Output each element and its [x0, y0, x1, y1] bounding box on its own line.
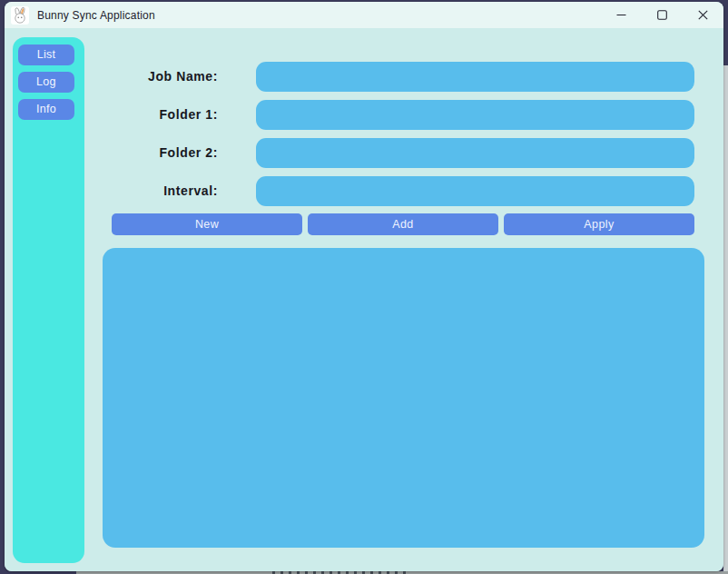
- window-title: Bunny Sync Application: [37, 9, 155, 22]
- apply-button[interactable]: Apply: [504, 213, 694, 235]
- sidebar-item-info[interactable]: Info: [18, 99, 74, 120]
- output-panel[interactable]: [103, 248, 704, 548]
- folder-2-input[interactable]: [256, 138, 694, 168]
- desktop-background: Bunny Sync Application: [0, 0, 728, 574]
- sidebar-item-list[interactable]: List: [18, 45, 74, 65]
- sidebar: List Log Info: [13, 37, 84, 563]
- maximize-icon: [657, 10, 667, 20]
- job-name-input[interactable]: [256, 62, 694, 92]
- folder-2-label: Folder 2:: [86, 138, 218, 168]
- job-name-label: Job Name:: [86, 62, 218, 92]
- folder-1-label: Folder 1:: [86, 100, 218, 130]
- interval-input[interactable]: [256, 176, 694, 206]
- maximize-button[interactable]: [642, 2, 683, 28]
- main-content: List Log Info Job Name: Folder 1: Folder…: [5, 28, 723, 571]
- app-window: Bunny Sync Application: [5, 2, 723, 571]
- title-bar[interactable]: Bunny Sync Application: [5, 2, 723, 28]
- interval-label: Interval:: [86, 176, 218, 206]
- sidebar-item-log[interactable]: Log: [18, 72, 74, 93]
- bunny-icon: [11, 6, 29, 25]
- add-button[interactable]: Add: [308, 213, 498, 235]
- folder-1-input[interactable]: [256, 100, 694, 130]
- minimize-button[interactable]: [601, 2, 642, 28]
- minimize-icon: [616, 10, 626, 20]
- background-window-edge: [723, 65, 728, 574]
- new-button[interactable]: New: [112, 213, 302, 235]
- close-button[interactable]: [683, 2, 723, 28]
- window-controls: [601, 2, 723, 28]
- close-icon: [698, 10, 708, 20]
